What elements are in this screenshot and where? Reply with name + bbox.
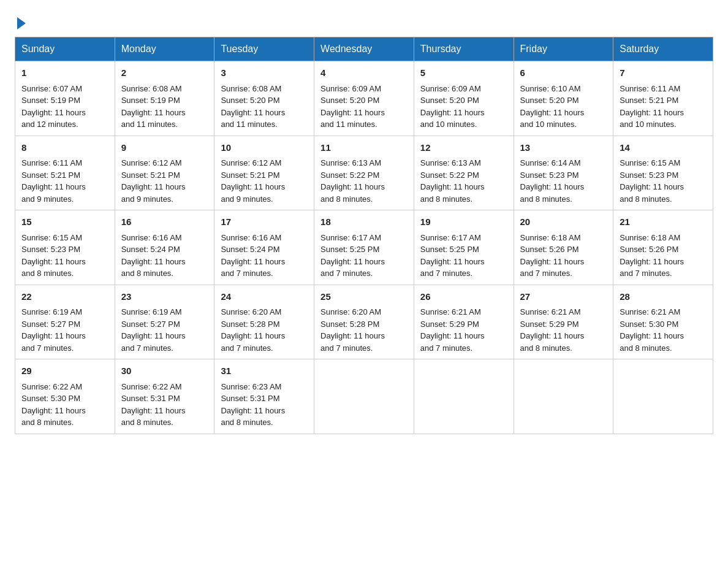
day-info: Sunrise: 6:16 AMSunset: 5:24 PMDaylight:… bbox=[121, 233, 186, 278]
calendar-cell: 20Sunrise: 6:18 AMSunset: 5:26 PMDayligh… bbox=[514, 210, 613, 285]
day-number: 6 bbox=[520, 66, 607, 80]
day-info: Sunrise: 6:08 AMSunset: 5:19 PMDaylight:… bbox=[121, 84, 186, 129]
calendar-cell: 26Sunrise: 6:21 AMSunset: 5:29 PMDayligh… bbox=[414, 285, 514, 359]
calendar-table: SundayMondayTuesdayWednesdayThursdayFrid… bbox=[15, 37, 713, 434]
calendar-cell: 24Sunrise: 6:20 AMSunset: 5:28 PMDayligh… bbox=[214, 285, 314, 359]
day-number: 4 bbox=[320, 66, 408, 80]
weekday-header-saturday: Saturday bbox=[613, 37, 713, 61]
day-info: Sunrise: 6:13 AMSunset: 5:22 PMDaylight:… bbox=[320, 158, 385, 204]
calendar-cell: 14Sunrise: 6:15 AMSunset: 5:23 PMDayligh… bbox=[613, 136, 713, 210]
day-number: 9 bbox=[121, 141, 208, 155]
day-info: Sunrise: 6:15 AMSunset: 5:23 PMDaylight:… bbox=[21, 233, 86, 278]
day-info: Sunrise: 6:17 AMSunset: 5:25 PMDaylight:… bbox=[420, 233, 485, 278]
calendar-cell: 31Sunrise: 6:23 AMSunset: 5:31 PMDayligh… bbox=[214, 359, 314, 434]
calendar-cell: 10Sunrise: 6:12 AMSunset: 5:21 PMDayligh… bbox=[214, 136, 314, 210]
day-info: Sunrise: 6:17 AMSunset: 5:25 PMDaylight:… bbox=[320, 233, 385, 278]
calendar-week-row: 8Sunrise: 6:11 AMSunset: 5:21 PMDaylight… bbox=[15, 136, 713, 210]
calendar-week-row: 15Sunrise: 6:15 AMSunset: 5:23 PMDayligh… bbox=[15, 210, 713, 285]
day-number: 18 bbox=[320, 215, 408, 229]
day-info: Sunrise: 6:20 AMSunset: 5:28 PMDaylight:… bbox=[320, 307, 385, 353]
day-info: Sunrise: 6:14 AMSunset: 5:23 PMDaylight:… bbox=[520, 158, 585, 204]
day-info: Sunrise: 6:21 AMSunset: 5:29 PMDaylight:… bbox=[520, 307, 585, 353]
calendar-cell: 16Sunrise: 6:16 AMSunset: 5:24 PMDayligh… bbox=[115, 210, 214, 285]
day-number: 8 bbox=[21, 141, 108, 155]
day-info: Sunrise: 6:12 AMSunset: 5:21 PMDaylight:… bbox=[121, 158, 186, 204]
day-info: Sunrise: 6:18 AMSunset: 5:26 PMDaylight:… bbox=[620, 233, 684, 278]
calendar-cell: 27Sunrise: 6:21 AMSunset: 5:29 PMDayligh… bbox=[514, 285, 613, 359]
day-number: 17 bbox=[221, 215, 308, 229]
day-info: Sunrise: 6:22 AMSunset: 5:31 PMDaylight:… bbox=[121, 382, 186, 427]
calendar-cell: 2Sunrise: 6:08 AMSunset: 5:19 PMDaylight… bbox=[115, 61, 214, 136]
day-info: Sunrise: 6:19 AMSunset: 5:27 PMDaylight:… bbox=[21, 307, 86, 353]
day-number: 23 bbox=[121, 290, 208, 304]
day-number: 31 bbox=[221, 364, 308, 378]
day-info: Sunrise: 6:09 AMSunset: 5:20 PMDaylight:… bbox=[320, 84, 385, 129]
day-number: 22 bbox=[21, 290, 108, 304]
day-number: 26 bbox=[420, 290, 507, 304]
calendar-cell: 18Sunrise: 6:17 AMSunset: 5:25 PMDayligh… bbox=[314, 210, 414, 285]
day-number: 3 bbox=[221, 66, 308, 80]
weekday-header-row: SundayMondayTuesdayWednesdayThursdayFrid… bbox=[15, 37, 713, 61]
day-number: 1 bbox=[21, 66, 108, 80]
calendar-cell: 4Sunrise: 6:09 AMSunset: 5:20 PMDaylight… bbox=[314, 61, 414, 136]
day-number: 11 bbox=[320, 141, 408, 155]
calendar-cell: 11Sunrise: 6:13 AMSunset: 5:22 PMDayligh… bbox=[314, 136, 414, 210]
day-number: 21 bbox=[620, 215, 707, 229]
day-info: Sunrise: 6:19 AMSunset: 5:27 PMDaylight:… bbox=[121, 307, 186, 353]
day-number: 19 bbox=[420, 215, 507, 229]
day-number: 20 bbox=[520, 215, 607, 229]
page-header bbox=[15, 15, 713, 27]
day-number: 7 bbox=[620, 66, 707, 80]
calendar-cell: 5Sunrise: 6:09 AMSunset: 5:20 PMDaylight… bbox=[414, 61, 514, 136]
calendar-cell: 15Sunrise: 6:15 AMSunset: 5:23 PMDayligh… bbox=[15, 210, 115, 285]
calendar-cell: 30Sunrise: 6:22 AMSunset: 5:31 PMDayligh… bbox=[115, 359, 214, 434]
calendar-cell bbox=[314, 359, 414, 434]
day-info: Sunrise: 6:09 AMSunset: 5:20 PMDaylight:… bbox=[420, 84, 485, 129]
calendar-week-row: 1Sunrise: 6:07 AMSunset: 5:19 PMDaylight… bbox=[15, 61, 713, 136]
weekday-header-thursday: Thursday bbox=[414, 37, 514, 61]
day-number: 16 bbox=[121, 215, 208, 229]
day-info: Sunrise: 6:13 AMSunset: 5:22 PMDaylight:… bbox=[420, 158, 485, 204]
logo-arrow-icon bbox=[17, 17, 26, 29]
calendar-cell: 9Sunrise: 6:12 AMSunset: 5:21 PMDaylight… bbox=[115, 136, 214, 210]
calendar-cell: 25Sunrise: 6:20 AMSunset: 5:28 PMDayligh… bbox=[314, 285, 414, 359]
day-number: 27 bbox=[520, 290, 607, 304]
day-number: 29 bbox=[21, 364, 108, 378]
day-number: 13 bbox=[520, 141, 607, 155]
day-number: 10 bbox=[221, 141, 308, 155]
day-info: Sunrise: 6:18 AMSunset: 5:26 PMDaylight:… bbox=[520, 233, 585, 278]
calendar-cell: 28Sunrise: 6:21 AMSunset: 5:30 PMDayligh… bbox=[613, 285, 713, 359]
calendar-cell: 7Sunrise: 6:11 AMSunset: 5:21 PMDaylight… bbox=[613, 61, 713, 136]
day-number: 5 bbox=[420, 66, 507, 80]
day-info: Sunrise: 6:21 AMSunset: 5:29 PMDaylight:… bbox=[420, 307, 485, 353]
calendar-cell: 19Sunrise: 6:17 AMSunset: 5:25 PMDayligh… bbox=[414, 210, 514, 285]
calendar-cell: 12Sunrise: 6:13 AMSunset: 5:22 PMDayligh… bbox=[414, 136, 514, 210]
day-info: Sunrise: 6:07 AMSunset: 5:19 PMDaylight:… bbox=[21, 84, 86, 129]
weekday-header-wednesday: Wednesday bbox=[314, 37, 414, 61]
day-number: 12 bbox=[420, 141, 507, 155]
calendar-cell: 6Sunrise: 6:10 AMSunset: 5:20 PMDaylight… bbox=[514, 61, 613, 136]
day-info: Sunrise: 6:11 AMSunset: 5:21 PMDaylight:… bbox=[21, 158, 86, 204]
day-info: Sunrise: 6:20 AMSunset: 5:28 PMDaylight:… bbox=[221, 307, 285, 353]
calendar-cell: 23Sunrise: 6:19 AMSunset: 5:27 PMDayligh… bbox=[115, 285, 214, 359]
day-number: 25 bbox=[320, 290, 408, 304]
day-number: 24 bbox=[221, 290, 308, 304]
weekday-header-monday: Monday bbox=[115, 37, 214, 61]
weekday-header-friday: Friday bbox=[514, 37, 613, 61]
calendar-week-row: 22Sunrise: 6:19 AMSunset: 5:27 PMDayligh… bbox=[15, 285, 713, 359]
calendar-cell: 21Sunrise: 6:18 AMSunset: 5:26 PMDayligh… bbox=[613, 210, 713, 285]
calendar-cell bbox=[414, 359, 514, 434]
day-info: Sunrise: 6:11 AMSunset: 5:21 PMDaylight:… bbox=[620, 84, 684, 129]
day-number: 15 bbox=[21, 215, 108, 229]
day-info: Sunrise: 6:21 AMSunset: 5:30 PMDaylight:… bbox=[620, 307, 684, 353]
day-info: Sunrise: 6:22 AMSunset: 5:30 PMDaylight:… bbox=[21, 382, 86, 427]
calendar-cell: 8Sunrise: 6:11 AMSunset: 5:21 PMDaylight… bbox=[15, 136, 115, 210]
day-number: 2 bbox=[121, 66, 208, 80]
calendar-cell bbox=[514, 359, 613, 434]
day-info: Sunrise: 6:08 AMSunset: 5:20 PMDaylight:… bbox=[221, 84, 285, 129]
weekday-header-tuesday: Tuesday bbox=[214, 37, 314, 61]
weekday-header-sunday: Sunday bbox=[15, 37, 115, 61]
calendar-cell: 1Sunrise: 6:07 AMSunset: 5:19 PMDaylight… bbox=[15, 61, 115, 136]
calendar-cell: 17Sunrise: 6:16 AMSunset: 5:24 PMDayligh… bbox=[214, 210, 314, 285]
logo bbox=[15, 15, 26, 27]
